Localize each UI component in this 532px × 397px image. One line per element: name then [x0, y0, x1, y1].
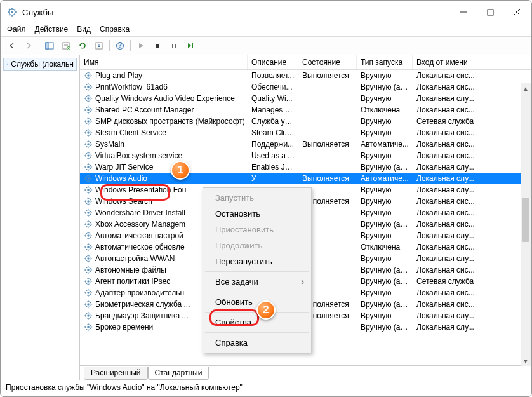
statusbar: Приостановка службы "Windows Audio" на "…: [1, 380, 531, 394]
gear-icon: [84, 151, 93, 160]
service-row[interactable]: PrintWorkflow_61ad6Обеспечи...Вручную (а…: [80, 81, 531, 93]
start-button[interactable]: [133, 39, 149, 53]
menu-action[interactable]: Действие: [35, 25, 69, 34]
svg-point-132: [87, 269, 90, 271]
scroll-up[interactable]: ▲: [521, 83, 531, 93]
service-start: Вручную (ак...: [357, 220, 413, 229]
service-row[interactable]: Plug and PlayПозволяет...ВыполняетсяВруч…: [80, 70, 531, 81]
scroll-thumb[interactable]: [522, 198, 529, 242]
service-name: Автоматическое обновле: [95, 243, 185, 252]
svg-point-66: [87, 143, 90, 145]
service-start: Вручную: [357, 185, 413, 194]
service-name: Windows Audio: [95, 174, 147, 183]
gear-icon: [84, 83, 93, 91]
service-desc: Позволяет...: [248, 71, 298, 80]
service-logon: Локальная сис...: [413, 243, 531, 252]
svg-rect-11: [488, 10, 493, 15]
tab-extended[interactable]: Расширенный: [84, 367, 148, 380]
forward-button[interactable]: [21, 39, 36, 53]
menu-file[interactable]: Файл: [7, 25, 26, 34]
service-row[interactable]: Warp JIT ServiceEnables JIT ...Вручную (…: [80, 161, 531, 173]
minimize-button[interactable]: [450, 3, 477, 22]
service-name: Брокер времени: [95, 323, 153, 332]
service-start: Вручную: [357, 117, 413, 126]
show-hide-button[interactable]: [42, 39, 57, 53]
service-name: Wondershare Driver Install: [95, 208, 185, 217]
gear-icon: [84, 231, 93, 240]
tab-standard[interactable]: Стандартный: [148, 367, 209, 380]
service-start: Вручную: [357, 151, 413, 160]
service-desc: Used as a ...: [248, 151, 298, 160]
service-row[interactable]: Steam Client ServiceSteam Clie...Вручную…: [80, 127, 531, 138]
svg-point-144: [87, 292, 90, 294]
pause-button[interactable]: [166, 39, 182, 53]
service-start: Вручную: [357, 128, 413, 137]
properties-button[interactable]: [58, 39, 74, 53]
gear-icon: [84, 266, 93, 274]
export-button[interactable]: [91, 39, 107, 53]
service-start: Вручную (ак...: [357, 300, 413, 309]
svg-rect-25: [175, 44, 176, 48]
scrollbar-vertical[interactable]: ▲ ▼: [521, 83, 531, 366]
context-item: Запустить: [204, 190, 310, 206]
stop-button[interactable]: [150, 39, 165, 53]
sidebar-item-services[interactable]: Службы (локальн: [3, 58, 77, 71]
service-name: Брандмауэр Защитника ...: [95, 311, 188, 320]
col-desc[interactable]: Описание: [248, 55, 298, 69]
service-logon: Локальная слу...: [413, 231, 531, 240]
back-button[interactable]: [4, 39, 20, 53]
svg-point-114: [87, 234, 90, 237]
service-start: Вручную (ак...: [357, 83, 413, 91]
refresh-button[interactable]: [75, 39, 90, 53]
context-item: Продолжить: [204, 238, 310, 253]
service-row[interactable]: Windows AudioУВыполняетсяАвтоматиче...Ло…: [80, 173, 531, 184]
col-state[interactable]: Состояние: [298, 55, 357, 69]
service-row[interactable]: Quality Windows Audio Video ExperienceQu…: [80, 93, 531, 104]
help-button[interactable]: ?: [112, 39, 128, 53]
menubar: Файл Действие Вид Справка: [1, 24, 531, 36]
sidebar-item-label: Службы (локальн: [11, 60, 74, 69]
context-item[interactable]: Справка: [204, 335, 310, 351]
menu-view[interactable]: Вид: [77, 25, 91, 34]
svg-point-96: [87, 200, 90, 203]
gear-icon: [84, 220, 93, 229]
svg-point-102: [87, 212, 90, 214]
service-start: Вручную: [357, 197, 413, 206]
svg-point-28: [7, 64, 8, 65]
menu-help[interactable]: Справка: [100, 25, 130, 34]
svg-point-150: [87, 303, 90, 306]
gear-icon: [84, 117, 93, 126]
service-name: Биометрическая служба ...: [95, 300, 190, 309]
scroll-down[interactable]: ▼: [521, 356, 531, 366]
context-item[interactable]: Остановить: [204, 206, 310, 222]
list-header: Имя Описание Состояние Тип запуска Вход …: [80, 55, 531, 70]
col-name[interactable]: Имя: [80, 55, 248, 69]
context-item[interactable]: Перезапустить: [204, 253, 310, 269]
restart-button[interactable]: [183, 39, 198, 53]
context-item[interactable]: Все задачи: [204, 274, 310, 290]
service-row[interactable]: SMP дисковых пространств (Майкрософт)Слу…: [80, 116, 531, 127]
service-name: SysMain: [95, 140, 124, 149]
service-start: Вручную (ак...: [357, 266, 413, 274]
service-row[interactable]: VirtualBox system serviceUsed as a ...Вр…: [80, 150, 531, 161]
service-start: Вручную: [357, 288, 413, 297]
svg-line-8: [9, 15, 10, 16]
svg-point-19: [67, 47, 70, 50]
service-logon: Локальная слу...: [413, 174, 531, 183]
svg-point-84: [87, 177, 90, 180]
service-name: Xbox Accessory Managem: [95, 220, 185, 229]
service-row[interactable]: SysMainПоддержи...ВыполняетсяАвтоматиче.…: [80, 138, 531, 150]
service-start: Автоматиче...: [357, 140, 413, 149]
close-button[interactable]: [503, 3, 530, 22]
service-logon: Локальная сис...: [413, 197, 531, 206]
context-item[interactable]: Свойства: [204, 314, 310, 330]
service-row[interactable]: Shared PC Account ManagerManages p...Отк…: [80, 104, 531, 116]
maximize-button[interactable]: [477, 3, 503, 22]
col-logon[interactable]: Вход от имени: [413, 55, 531, 69]
service-state: Выполняется: [298, 174, 357, 183]
gear-icon: [84, 185, 93, 194]
col-start[interactable]: Тип запуска: [357, 55, 413, 69]
service-logon: Локальная сис...: [413, 105, 531, 114]
sidebar: Службы (локальн: [1, 55, 80, 380]
svg-point-60: [87, 131, 90, 134]
